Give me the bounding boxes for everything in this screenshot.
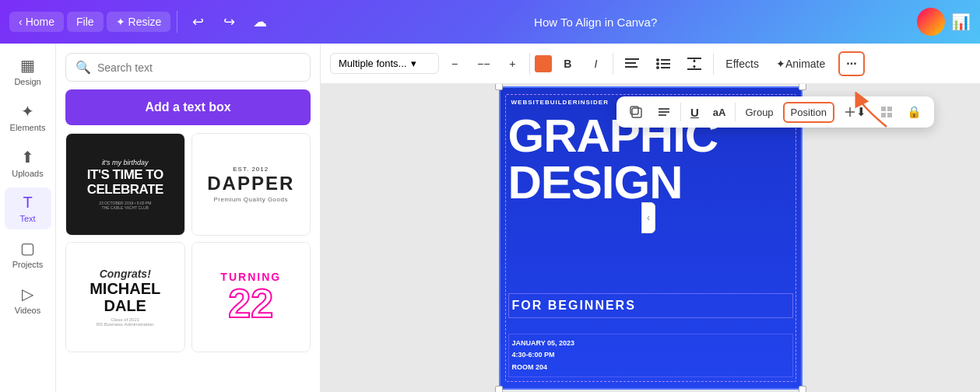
svg-rect-0 bbox=[625, 58, 639, 60]
sidebar-item-projects[interactable]: ▢ Projects bbox=[5, 233, 51, 275]
animate-button[interactable]: ✦ Animate bbox=[769, 53, 832, 75]
main-layout: ▦ Design ✦ Elements ⬆ Uploads T Text ▢ P… bbox=[0, 44, 980, 392]
separator bbox=[529, 53, 530, 75]
design-website-name: WEBSITEBUILDERINSIDER bbox=[511, 99, 609, 106]
font-size-plus-button[interactable]: + bbox=[500, 53, 525, 75]
sidebar-item-uploads[interactable]: ⬆ Uploads bbox=[5, 142, 51, 184]
align-mini-button[interactable] bbox=[652, 101, 676, 123]
home-button[interactable]: ‹ Home bbox=[9, 12, 64, 32]
template-congrats-sub: Class of 2021BS Business Administration bbox=[97, 317, 153, 327]
effects-button[interactable]: Effects bbox=[718, 53, 766, 75]
align-mini-icon bbox=[657, 105, 671, 119]
search-icon: 🔍 bbox=[76, 60, 91, 75]
list-button[interactable] bbox=[649, 54, 677, 74]
topbar-center: How To Align in Canva? bbox=[280, 16, 911, 29]
sidebar-item-text[interactable]: T Text bbox=[5, 187, 51, 229]
chevron-left-icon: ‹ bbox=[19, 16, 23, 28]
red-arrow-annotation bbox=[848, 92, 894, 131]
avatar[interactable] bbox=[917, 8, 945, 36]
publish-icon[interactable]: 📊 bbox=[951, 12, 971, 31]
search-box[interactable]: 🔍 bbox=[65, 53, 311, 82]
cloud-save-button[interactable]: ☁ bbox=[246, 8, 274, 36]
spacing-icon bbox=[687, 58, 701, 70]
svg-point-3 bbox=[656, 58, 659, 61]
selection-handle-bl[interactable] bbox=[495, 386, 503, 392]
svg-rect-18 bbox=[659, 111, 669, 113]
redo-icon: ↪ bbox=[223, 13, 235, 30]
undo-button[interactable]: ↩ bbox=[184, 8, 212, 36]
template-birthday-main: IT'S TIME TO CELEBRATE bbox=[76, 168, 175, 197]
group-button[interactable]: Group bbox=[740, 103, 778, 122]
text-case-button[interactable]: aA bbox=[708, 103, 731, 122]
collapse-panel-button[interactable]: ‹ bbox=[641, 202, 655, 233]
svg-rect-17 bbox=[659, 108, 669, 110]
animate-icon: ✦ bbox=[776, 58, 785, 70]
mini-separator bbox=[680, 103, 681, 121]
page-title: How To Align in Canva? bbox=[534, 16, 657, 29]
svg-marker-13 bbox=[693, 59, 696, 61]
chevron-down-icon: ▾ bbox=[411, 58, 416, 69]
bold-button[interactable]: B bbox=[555, 53, 580, 75]
svg-rect-10 bbox=[687, 68, 701, 70]
italic-button[interactable]: I bbox=[583, 53, 608, 75]
template-card-birthday[interactable]: it's my birthday IT'S TIME TO CELEBRATE … bbox=[65, 133, 185, 236]
separator bbox=[177, 11, 177, 33]
svg-rect-6 bbox=[661, 63, 670, 65]
svg-marker-14 bbox=[693, 66, 696, 68]
template-congrats-cursive: Congrats! bbox=[100, 268, 151, 280]
svg-rect-1 bbox=[625, 62, 636, 64]
file-button[interactable]: File bbox=[67, 12, 104, 32]
design-subtitle: FOR BEGINNERS bbox=[508, 293, 793, 318]
template-turning-num: 22 bbox=[228, 283, 273, 324]
separator bbox=[613, 53, 613, 75]
topbar-left: ‹ Home File ✦ Resize ↩ ↪ ☁ bbox=[9, 8, 274, 36]
add-textbox-button[interactable]: Add a text box bbox=[65, 89, 311, 125]
lock-button[interactable]: 🔒 bbox=[902, 101, 926, 123]
template-dapper-est: EST. 2012 bbox=[233, 166, 269, 173]
text-icon: T bbox=[23, 194, 32, 212]
spacing-button[interactable] bbox=[680, 53, 708, 75]
elements-icon: ✦ bbox=[21, 102, 34, 121]
template-card-congrats[interactable]: Congrats! MICHAEL DALE Class of 2021BS B… bbox=[65, 242, 185, 352]
template-dapper-sub: Premium Quality Goods bbox=[214, 196, 288, 203]
svg-rect-4 bbox=[661, 59, 670, 61]
sidebar-icons: ▦ Design ✦ Elements ⬆ Uploads T Text ▢ P… bbox=[0, 44, 56, 392]
mini-separator-2 bbox=[735, 103, 736, 121]
search-input[interactable] bbox=[97, 61, 300, 74]
toolbar: Multiple fonts... ▾ − −− + B I Effects bbox=[321, 44, 980, 84]
sidebar-item-videos[interactable]: ▷ Videos bbox=[5, 278, 51, 321]
font-size-minus-button[interactable]: − bbox=[442, 53, 467, 75]
cloud-icon: ☁ bbox=[253, 13, 267, 30]
templates-grid: it's my birthday IT'S TIME TO CELEBRATE … bbox=[65, 133, 311, 352]
template-card-dapper[interactable]: EST. 2012 DAPPER Premium Quality Goods bbox=[191, 133, 311, 236]
template-birthday-sub: 23 OCTOBER 2019 • 6:00 PMTHE CABLE YACHT… bbox=[99, 201, 151, 210]
redo-button[interactable]: ↪ bbox=[215, 8, 243, 36]
separator bbox=[713, 53, 714, 75]
position-button[interactable]: Position bbox=[783, 102, 834, 123]
template-birthday-cursive: it's my birthday bbox=[102, 159, 149, 166]
topbar: ‹ Home File ✦ Resize ↩ ↪ ☁ How To Align … bbox=[0, 0, 980, 44]
upload-icon: ⬆ bbox=[21, 148, 34, 166]
template-card-turning[interactable]: TURNING 22 bbox=[191, 242, 311, 352]
font-selector[interactable]: Multiple fonts... ▾ bbox=[330, 53, 439, 74]
design-details: JANUARY 05, 2023 4:30-6:00 PM ROOM 204 bbox=[508, 334, 793, 377]
topbar-right: 📊 bbox=[917, 8, 971, 36]
text-color-swatch[interactable] bbox=[535, 55, 552, 72]
resize-button[interactable]: ✦ Resize bbox=[107, 12, 171, 32]
selection-handle-br[interactable] bbox=[799, 386, 806, 392]
copy-button[interactable] bbox=[624, 101, 648, 123]
lock-icon: 🔒 bbox=[907, 105, 922, 119]
underline-button[interactable]: U bbox=[686, 102, 704, 123]
list-icon bbox=[656, 58, 670, 69]
align-button[interactable] bbox=[618, 54, 646, 74]
sidebar-item-design[interactable]: ▦ Design bbox=[5, 50, 51, 93]
sidebar-item-elements[interactable]: ✦ Elements bbox=[5, 96, 51, 138]
font-size-display[interactable]: −− bbox=[470, 53, 497, 75]
svg-rect-9 bbox=[687, 58, 701, 59]
undo-icon: ↩ bbox=[192, 13, 204, 30]
svg-rect-19 bbox=[659, 114, 666, 116]
copy-icon bbox=[629, 105, 643, 119]
videos-icon: ▷ bbox=[22, 285, 33, 303]
more-options-button[interactable]: ··· bbox=[838, 51, 864, 76]
svg-rect-15 bbox=[632, 108, 641, 117]
